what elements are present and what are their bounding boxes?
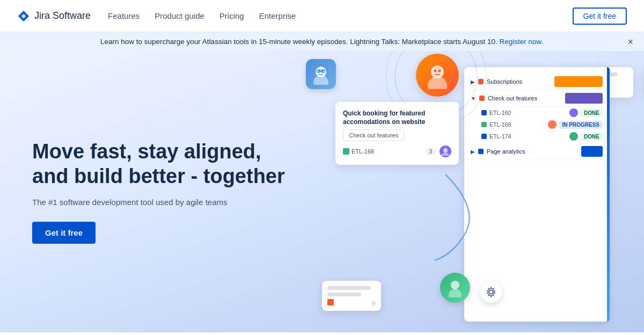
board-icon-analytics xyxy=(478,149,484,154)
board-label-checkout: Check out features xyxy=(488,95,537,101)
board-sub-row-etl160: ETL-160 DONE xyxy=(471,107,603,119)
svg-point-17 xyxy=(434,70,437,72)
portrait-avatar-icon xyxy=(423,61,451,89)
settings-icon-float xyxy=(480,281,502,303)
etl168-icon xyxy=(481,122,487,127)
board-label-subscriptions: Subscriptions xyxy=(487,78,522,85)
svg-point-13 xyxy=(449,289,462,297)
logo-text: Jira Software xyxy=(34,10,91,21)
nav-get-it-free-button[interactable]: Get it free xyxy=(573,8,627,25)
hero-subtitle: The #1 software development tool used by… xyxy=(32,198,290,207)
announcement-banner: Learn how to supercharge your Atlassian … xyxy=(0,32,644,51)
etl168-label: ETL-168 xyxy=(489,121,511,128)
hero-title: Move fast, stay aligned, and build bette… xyxy=(32,140,290,188)
logo[interactable]: Jira Software xyxy=(17,10,91,23)
board-sub-row-etl174: ETL-174 DONE xyxy=(471,130,603,142)
etl174-avatar xyxy=(569,132,578,141)
hero-left: Move fast, stay aligned, and build bette… xyxy=(32,140,290,243)
board-label-analytics: Page analytics xyxy=(487,148,525,155)
panel-accent-bar xyxy=(607,67,610,322)
task-count: 3 xyxy=(426,148,435,155)
svg-point-11 xyxy=(441,152,450,156)
board-row-subscriptions: ▶ Subscriptions xyxy=(471,74,603,90)
board-icon-checkout xyxy=(479,96,485,101)
etl160-status: DONE xyxy=(581,109,603,117)
board-icon-subscriptions xyxy=(478,79,484,84)
task-type-icon xyxy=(343,148,349,155)
user-avatar-illustration xyxy=(306,59,336,89)
board-row-checkout: ▼ Check out features xyxy=(471,90,603,107)
banner-link[interactable]: Register now xyxy=(499,38,541,46)
svg-point-14 xyxy=(489,290,493,294)
hero-illustration: Quick booking for featured accomodations… xyxy=(290,51,612,332)
subscriptions-bar xyxy=(554,76,603,87)
task-card: Quick booking for featured accomodations… xyxy=(335,102,459,165)
task-card-button: Check out features xyxy=(343,129,404,141)
green-avatar-illustration xyxy=(440,273,470,303)
navbar: Jira Software Features Product guide Pri… xyxy=(0,0,644,32)
board-sub-row-etl168: ETL-168 IN PROGRESS xyxy=(471,119,603,130)
etl168-status: IN PROGRESS xyxy=(559,121,603,129)
svg-point-4 xyxy=(313,75,328,85)
small-bottom-card xyxy=(322,281,381,311)
etl174-icon xyxy=(481,134,487,139)
user-avatar-icon xyxy=(310,63,332,85)
svg-point-10 xyxy=(443,148,448,152)
task-card-title: Quick booking for featured accomodations… xyxy=(343,110,451,126)
svg-point-18 xyxy=(438,70,441,72)
etl160-label: ETL-160 xyxy=(489,110,511,116)
hero-get-it-free-button[interactable]: Get it free xyxy=(32,222,96,244)
settings-icon xyxy=(485,286,497,298)
board-row-analytics: ▶ Page analytics xyxy=(471,143,603,160)
svg-point-12 xyxy=(451,281,459,289)
task-assignee-avatar xyxy=(440,145,451,157)
analytics-bar xyxy=(581,146,603,157)
etl160-icon xyxy=(481,110,487,115)
nav-left: Jira Software Features Product guide Pri… xyxy=(17,10,296,23)
task-id: ETL-168 xyxy=(343,148,374,155)
nav-link-pricing[interactable]: Pricing xyxy=(219,11,244,20)
nav-link-enterprise[interactable]: Enterprise xyxy=(259,11,296,20)
svg-point-16 xyxy=(428,76,447,89)
small-card-icon xyxy=(327,299,334,305)
etl174-label: ETL-174 xyxy=(489,133,511,140)
etl174-status: DONE xyxy=(581,133,603,141)
banner-text: Learn how to supercharge your Atlassian … xyxy=(100,38,497,46)
task-card-footer: ETL-168 3 xyxy=(343,145,451,157)
checkout-bar xyxy=(565,93,603,104)
etl160-avatar xyxy=(569,108,578,117)
hero-section: Move fast, stay aligned, and build bette… xyxy=(0,51,644,332)
nav-link-product-guide[interactable]: Product guide xyxy=(155,11,204,20)
etl168-avatar xyxy=(548,120,557,129)
portrait-avatar xyxy=(416,54,459,97)
nav-links: Features Product guide Pricing Enterpris… xyxy=(108,11,296,20)
logo-icon xyxy=(17,10,30,23)
banner-close-button[interactable]: × xyxy=(627,36,633,47)
nav-link-features[interactable]: Features xyxy=(108,11,140,20)
